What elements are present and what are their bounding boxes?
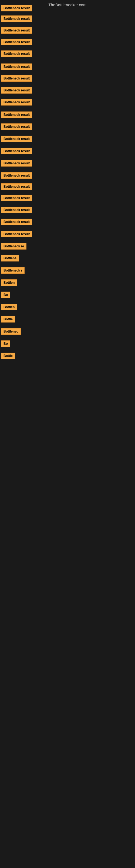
bottleneck-badge-20[interactable]: Bottleneck result — [1, 231, 32, 237]
bottleneck-badge-9[interactable]: Bottleneck result — [1, 99, 32, 105]
bottleneck-badge-18[interactable]: Bottleneck result — [1, 207, 32, 213]
page-container: TheBottlenecker.com Bottleneck resultBot… — [0, 0, 135, 868]
bottleneck-badge-21[interactable]: Bottleneck re — [1, 243, 27, 250]
bottleneck-badge-23[interactable]: Bottleneck r — [1, 267, 25, 274]
bottleneck-badge-13[interactable]: Bottleneck result — [1, 148, 32, 154]
bottleneck-badge-1[interactable]: Bottleneck result — [1, 5, 32, 11]
bottleneck-badge-27[interactable]: Bottle — [1, 316, 15, 322]
bottleneck-badge-3[interactable]: Bottleneck result — [1, 27, 32, 34]
bottleneck-badge-12[interactable]: Bottleneck result — [1, 135, 32, 142]
bottleneck-badge-29[interactable]: Bo — [1, 340, 10, 347]
bottleneck-badge-4[interactable]: Bottleneck result — [1, 39, 32, 45]
bottleneck-badge-17[interactable]: Bottleneck result — [1, 195, 32, 201]
bottleneck-badge-19[interactable]: Bottleneck result — [1, 219, 32, 225]
bottleneck-badge-14[interactable]: Bottleneck result — [1, 160, 32, 166]
bottleneck-badge-5[interactable]: Bottleneck result — [1, 51, 32, 57]
bottleneck-badge-11[interactable]: Bottleneck result — [1, 123, 32, 130]
bottleneck-badge-16[interactable]: Bottleneck result — [1, 183, 32, 190]
bottleneck-badge-30[interactable]: Bottle — [1, 352, 15, 359]
bottleneck-badge-22[interactable]: Bottlene — [1, 255, 19, 261]
bottleneck-badge-26[interactable]: Bottlen — [1, 304, 17, 310]
bottleneck-badge-10[interactable]: Bottleneck result — [1, 112, 32, 118]
bottleneck-badge-7[interactable]: Bottleneck result — [1, 75, 32, 82]
bottleneck-badge-15[interactable]: Bottleneck result — [1, 172, 32, 179]
bottleneck-badge-8[interactable]: Bottleneck result — [1, 87, 32, 94]
bottleneck-badge-6[interactable]: Bottleneck result — [1, 63, 32, 70]
bottleneck-badge-25[interactable]: Bo — [1, 291, 10, 298]
bottleneck-badge-24[interactable]: Bottlen — [1, 279, 17, 286]
bottleneck-badge-28[interactable]: Bottlenec — [1, 328, 21, 335]
bottleneck-badge-2[interactable]: Bottleneck result — [1, 16, 32, 22]
